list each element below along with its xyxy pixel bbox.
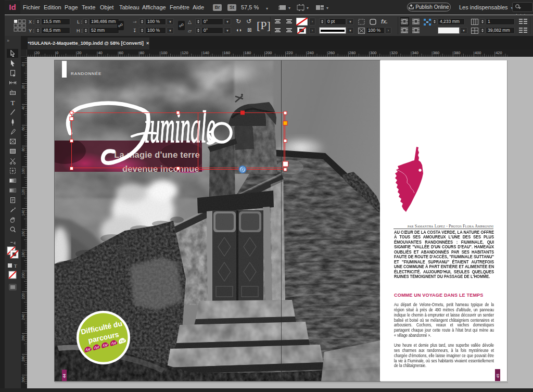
svg-text:0: 0 <box>56 50 58 55</box>
svg-text:200: 200 <box>21 272 25 279</box>
svg-text:80: 80 <box>21 147 25 151</box>
svg-text:280: 280 <box>349 50 356 55</box>
svg-text:240: 240 <box>307 50 314 55</box>
svg-text:320: 320 <box>391 50 398 55</box>
svg-text:80: 80 <box>140 50 144 55</box>
svg-text:220: 220 <box>21 293 25 299</box>
svg-text:120: 120 <box>21 189 25 195</box>
svg-text:20: 20 <box>21 85 25 89</box>
svg-text:120: 120 <box>182 50 188 55</box>
svg-text:360: 360 <box>433 50 440 55</box>
svg-text:300: 300 <box>21 376 25 383</box>
svg-text:200: 200 <box>265 50 272 55</box>
svg-text:▾: ▾ <box>288 6 290 10</box>
svg-text:280: 280 <box>21 356 25 362</box>
svg-text:420: 420 <box>496 50 502 55</box>
svg-text:220: 220 <box>286 50 293 55</box>
svg-text:45: 45 <box>496 374 500 378</box>
svg-text:160: 160 <box>21 231 25 237</box>
svg-text:20: 20 <box>77 50 81 55</box>
svg-text:140: 140 <box>21 210 25 216</box>
svg-text:140: 140 <box>202 50 209 55</box>
svg-text:▾: ▾ <box>326 6 328 10</box>
svg-text:20: 20 <box>35 50 40 55</box>
svg-text:160: 160 <box>224 50 231 55</box>
svg-text:260: 260 <box>328 50 335 55</box>
svg-text:400: 400 <box>475 50 481 55</box>
svg-text:240: 240 <box>21 314 25 320</box>
svg-text:100: 100 <box>21 168 25 174</box>
svg-text:60: 60 <box>119 50 123 55</box>
svg-text:T: T <box>14 263 17 269</box>
svg-text:60: 60 <box>21 127 25 131</box>
svg-text:180: 180 <box>245 50 251 55</box>
svg-text:180: 180 <box>21 251 25 258</box>
svg-text:260: 260 <box>21 335 25 341</box>
svg-text:T: T <box>11 99 15 107</box>
svg-text:300: 300 <box>370 50 377 55</box>
svg-text:▾: ▾ <box>307 6 309 10</box>
svg-text:100: 100 <box>161 50 168 55</box>
svg-text:340: 340 <box>412 50 418 55</box>
svg-text:0: 0 <box>21 64 25 66</box>
svg-text:44: 44 <box>62 374 66 378</box>
svg-text:40: 40 <box>98 50 102 55</box>
svg-text:»: » <box>7 38 9 43</box>
svg-text:40: 40 <box>21 106 25 110</box>
svg-text:380: 380 <box>454 50 461 55</box>
